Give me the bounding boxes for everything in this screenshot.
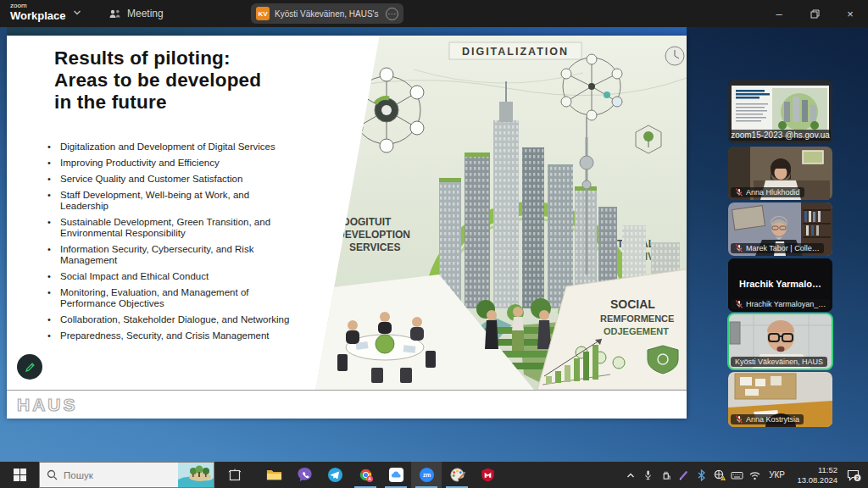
muted-mic-icon [735,188,743,197]
tray-date: 13.08.2024 [792,475,837,485]
participant-tile-active-speaker[interactable]: Kyösti Väkeväinen, HAUS [728,313,832,369]
participant-tile[interactable]: Marek Tabor | Colle… [728,202,832,256]
tray-chevron-up-icon[interactable] [623,462,637,488]
taskbar-app-telegram[interactable] [320,462,350,488]
svg-text:2: 2 [855,475,858,480]
bullet-item: Information Security, Cybersecurity, and… [46,244,297,266]
viber-icon [297,467,313,483]
bullet-item: Social Impact and Ethical Conduct [46,271,297,282]
zoom-icon: zm [419,467,435,483]
shared-screen-title: Kyösti Väkeväinen, HAUS's screen [275,9,381,19]
window-controls: – × [761,0,868,27]
illustration-label-left-2: DEVELOPTION [337,229,410,241]
participant-tile[interactable]: Anna Hlukhodid [728,147,832,200]
bullet-item: Staff Development, Well-being at Work, a… [46,190,297,212]
taskbar-app-viber[interactable] [289,462,320,488]
participant-tile[interactable]: Anna Kostrytsia [728,372,832,427]
taskbar-search[interactable] [39,462,214,488]
close-button[interactable]: × [832,0,868,27]
slide-illustration: DIGITALIZATION [312,36,687,390]
tray-clock[interactable]: 11:52 13.08.2024 [792,465,839,485]
illustration-label-left-1: DOGITUIT [342,216,392,228]
brand-zoom: zoom [10,3,66,9]
tray-time: 11:52 [792,465,837,475]
pencil-icon [24,361,36,374]
slide-title: Results of piloting: Areas to be develop… [54,47,326,114]
chevron-down-icon[interactable] [73,9,81,16]
windows-taskbar: A zm УКР 11:52 13.08.2024 [0,462,868,488]
share-top-strip [7,27,687,36]
tab-meeting[interactable]: Meeting [102,0,170,27]
restore-button[interactable] [797,0,832,27]
zoom-workplace-logo: zoom Workplace [10,3,66,21]
tray-bluetooth-icon[interactable] [694,462,709,488]
taskbar-app-paint[interactable] [442,462,472,488]
search-highlight-image[interactable] [178,463,214,487]
system-tray: УКР 11:52 13.08.2024 2 [623,462,868,488]
restore-icon [810,9,820,19]
haus-logo: HAUS [17,395,78,415]
notification-icon: 2 [847,469,861,482]
slide-bullet-list: Digitalization and Development of Digita… [46,141,297,347]
muted-mic-icon [735,300,743,308]
chrome-icon: A [358,467,374,483]
annotate-button[interactable] [17,354,42,380]
illustration-label-social-1: SOCIAL [610,297,655,311]
screen: zoom Workplace Meeting KV Kyösti Väkeväi… [0,0,868,488]
participant-name-label: Kyösti Väkeväinen, HAUS [731,357,827,367]
participant-name-label: zoom15-2023 @hs.gov.ua [730,130,831,141]
avatar: KV [256,7,270,20]
more-options-icon[interactable]: ··· [386,8,398,20]
action-center-button[interactable]: 2 [843,462,865,488]
taskbar-app-zoom[interactable]: zm [411,462,442,488]
participant-tile[interactable]: Hrachik Yarmalo… Hrachik Yarmaloyan_… [728,258,832,312]
muted-mic-icon [735,415,743,424]
tab-meeting-label: Meeting [127,8,164,19]
search-input[interactable] [64,470,157,480]
muted-mic-icon [735,244,743,252]
participant-tile-screen-share[interactable]: zoom15-2023 @hs.gov.ua [728,80,832,143]
participant-name-label: Anna Hlukhodid [731,187,804,197]
shared-slide: Results of piloting: Areas to be develop… [7,36,687,419]
bullet-item: Service Quality and Customer Satisfactio… [46,174,297,185]
illustration-label-social-3: ODJEGEMENT [604,326,669,336]
tab-shared-screen[interactable]: KV Kyösti Väkeväinen, HAUS's screen ··· [251,3,403,24]
telegram-icon [327,467,343,483]
tray-security-warning-icon[interactable] [712,462,726,488]
brand-workplace: Workplace [10,10,66,21]
search-icon [47,469,58,480]
illustration-label-digitalization: DIGITALIZATION [462,46,569,58]
taskbar-app-mcafee[interactable] [472,462,503,488]
task-view-button[interactable] [220,462,250,488]
taskbar-app-file-explorer[interactable] [259,462,289,488]
participant-name-label: Hrachik Yarmaloyan_… [731,299,830,309]
bullet-item: Improving Productivity and Efficiency [46,158,297,169]
clock-icon [665,47,684,65]
tray-usb-device-icon[interactable] [659,462,673,488]
taskbar-app-icloud[interactable] [381,462,411,488]
participant-name-label: Marek Tabor | Colle… [731,243,824,253]
svg-text:A: A [368,476,371,481]
task-view-icon [228,469,242,482]
illustration-label-social-2: REMFORMENCE [600,313,674,324]
tray-microphone-icon[interactable] [641,462,655,488]
bullet-item: Collaboration, Stakeholder Dialogue, and… [46,314,297,325]
bullet-item: Sustainable Development, Green Transitio… [46,217,297,239]
paint-icon [449,467,465,483]
taskbar-app-chrome[interactable]: A [350,462,381,488]
tray-wifi-icon[interactable] [748,462,762,488]
svg-text:zm: zm [422,472,430,478]
tray-pen-icon[interactable] [676,462,691,488]
tray-language-indicator[interactable]: УКР [765,470,788,480]
bullet-item: Preparedness, Security, and Crisis Manag… [46,330,297,341]
participant-name-label: Anna Kostrytsia [731,414,804,424]
bullet-item: Digitalization and Development of Digita… [46,141,297,152]
windows-logo-icon [14,469,26,481]
icloud-icon [388,467,404,483]
tray-keyboard-input-icon[interactable] [730,462,744,488]
minimize-button[interactable]: – [761,0,797,27]
mcafee-icon [480,467,496,483]
participant-display-name: Hrachik Yarmalo… [728,279,832,289]
start-button[interactable] [0,462,39,488]
file-explorer-icon [266,467,282,483]
